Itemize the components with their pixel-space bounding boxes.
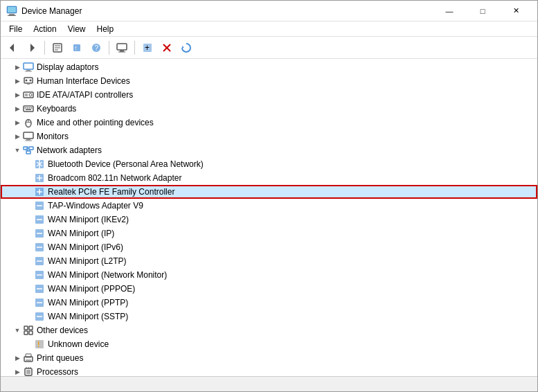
menu-help[interactable]: Help — [91, 23, 120, 35]
help-button[interactable]: ? — [87, 39, 105, 57]
svg-text:!: ! — [37, 341, 39, 348]
svg-rect-2 — [8, 15, 16, 16]
expander-ide-atapi[interactable]: ▶ — [12, 89, 23, 100]
svg-rect-81 — [29, 331, 33, 335]
update-driver-button[interactable]: ↑ — [68, 39, 86, 57]
scan-button[interactable] — [177, 39, 195, 57]
icon-wan-ikev2 — [34, 214, 45, 225]
svg-rect-24 — [25, 71, 32, 72]
tree-item-unknown-device[interactable]: ▶ ! Unknown device — [1, 337, 537, 351]
svg-rect-23 — [26, 70, 30, 71]
tree-item-print-queues[interactable]: ▶ Print queues — [1, 351, 537, 365]
svg-rect-80 — [24, 331, 28, 335]
icon-wan-pptp — [34, 297, 45, 308]
icon-wan-network-monitor — [34, 269, 45, 280]
tree-item-wan-ikev2[interactable]: ▶ WAN Miniport (IKEv2) — [1, 213, 537, 226]
svg-point-27 — [30, 80, 32, 82]
expander-keyboards[interactable]: ▶ — [12, 103, 23, 114]
expander-display-adaptors[interactable]: ▶ — [12, 62, 23, 73]
svg-text:?: ? — [95, 44, 99, 52]
tree-item-keyboards[interactable]: ▶ Keyboards — [1, 102, 537, 116]
tree-item-processors[interactable]: ▶ Processors — [1, 365, 537, 376]
window-title: Device Manager — [21, 6, 433, 16]
monitor-button[interactable] — [113, 39, 131, 57]
expander-mice[interactable]: ▶ — [12, 117, 23, 128]
device-tree[interactable]: ▶ Display adaptors ▶ Human Interface Dev… — [1, 59, 537, 376]
icon-print-queues — [23, 353, 34, 364]
label-keyboards: Keyboards — [37, 104, 76, 114]
svg-rect-45 — [29, 147, 33, 150]
tree-item-realtek[interactable]: ▶ Realtek PCIe FE Family Controller — [1, 185, 537, 199]
tree-item-network-adapters[interactable]: ▼ Network adapters — [1, 143, 537, 157]
tree-item-monitors[interactable]: ▶ Monitors — [1, 130, 537, 143]
tree-item-wan-network-monitor[interactable]: ▶ WAN Miniport (Network Monitor) — [1, 268, 537, 282]
back-button[interactable] — [3, 39, 21, 57]
icon-network-adapters — [23, 145, 34, 156]
close-button[interactable]: ✕ — [500, 1, 532, 21]
label-wan-pptp: WAN Miniport (PPTP) — [48, 298, 128, 308]
svg-marker-4 — [10, 44, 14, 52]
expander-network-adapters[interactable]: ▼ — [12, 145, 23, 156]
icon-processors — [23, 366, 34, 376]
svg-rect-43 — [25, 141, 32, 141]
menu-file[interactable]: File — [3, 23, 28, 35]
tree-item-broadcom[interactable]: ▶ Broadcom 802.11n Network Adapter — [1, 171, 537, 185]
tree-item-other-devices[interactable]: ▼ Other devices — [1, 323, 537, 337]
icon-wan-sstp — [34, 311, 45, 322]
icon-ide-atapi — [23, 89, 34, 100]
tree-item-wan-ipv6[interactable]: ▶ WAN Miniport (IPv6) — [1, 240, 537, 254]
label-mice: Mice and other pointing devices — [37, 118, 154, 127]
separator-2 — [109, 41, 109, 55]
svg-rect-34 — [27, 107, 28, 109]
svg-rect-28 — [27, 83, 30, 84]
tree-item-wan-ip[interactable]: ▶ WAN Miniport (IP) — [1, 226, 537, 240]
menu-bar: File Action View Help — [1, 21, 537, 37]
tree-item-wan-sstp[interactable]: ▶ WAN Miniport (SSTP) — [1, 310, 537, 323]
label-unknown-device: Unknown device — [48, 339, 109, 349]
add-device-button[interactable]: + — [138, 39, 156, 57]
icon-unknown-device: ! — [34, 339, 45, 350]
label-wan-network-monitor: WAN Miniport (Network Monitor) — [48, 270, 167, 280]
properties-button[interactable] — [48, 39, 66, 57]
tree-item-wan-pptp[interactable]: ▶ WAN Miniport (PPTP) — [1, 296, 537, 310]
svg-rect-36 — [31, 107, 33, 109]
label-wan-pppoe: WAN Miniport (PPPOE) — [48, 284, 135, 294]
tree-item-wan-pppoe[interactable]: ▶ WAN Miniport (PPPOE) — [1, 282, 537, 296]
tree-item-wan-l2tp[interactable]: ▶ WAN Miniport (L2TP) — [1, 254, 537, 268]
tree-item-display-adaptors[interactable]: ▶ Display adaptors — [1, 60, 537, 74]
svg-rect-16 — [118, 51, 125, 52]
expander-print-queues[interactable]: ▶ — [12, 353, 23, 364]
tree-item-mice[interactable]: ▶ Mice and other pointing devices — [1, 116, 537, 130]
svg-rect-35 — [29, 107, 30, 109]
label-other-devices: Other devices — [37, 326, 88, 335]
forward-button[interactable] — [23, 39, 41, 57]
uninstall-button[interactable] — [158, 39, 176, 57]
tree-item-bluetooth[interactable]: ▶ Bluetooth Device (Personal Area Networ… — [1, 157, 537, 171]
tree-item-tap-windows[interactable]: ▶ TAP-Windows Adapter V9 — [1, 199, 537, 213]
minimize-button[interactable]: — — [433, 1, 465, 21]
expander-human-interface[interactable]: ▶ — [12, 75, 23, 87]
svg-rect-42 — [26, 139, 30, 141]
svg-point-31 — [29, 93, 32, 96]
label-network-adapters: Network adapters — [37, 145, 102, 155]
label-tap-windows: TAP-Windows Adapter V9 — [48, 201, 143, 211]
tree-item-human-interface[interactable]: ▶ Human Interface Devices — [1, 74, 537, 88]
menu-view[interactable]: View — [62, 23, 91, 35]
label-wan-sstp: WAN Miniport (SSTP) — [48, 312, 128, 321]
tree-item-ide-atapi[interactable]: ▶ IDE ATA/ATAPI controllers — [1, 88, 537, 102]
expander-other-devices[interactable]: ▼ — [12, 325, 23, 336]
svg-rect-79 — [29, 326, 33, 330]
maximize-button[interactable]: □ — [467, 1, 499, 21]
icon-wan-ip — [34, 228, 45, 239]
svg-rect-32 — [24, 106, 33, 112]
label-broadcom: Broadcom 802.11n Network Adapter — [48, 173, 181, 183]
label-wan-ikev2: WAN Miniport (IKEv2) — [48, 215, 129, 224]
menu-action[interactable]: Action — [28, 23, 62, 35]
label-realtek: Realtek PCIe FE Family Controller — [48, 187, 174, 197]
icon-other-devices — [23, 325, 34, 336]
expander-processors[interactable]: ▶ — [12, 366, 23, 376]
expander-monitors[interactable]: ▶ — [12, 131, 23, 142]
icon-bluetooth — [34, 159, 45, 170]
svg-rect-86 — [26, 359, 31, 361]
label-ide-atapi: IDE ATA/ATAPI controllers — [37, 90, 133, 100]
